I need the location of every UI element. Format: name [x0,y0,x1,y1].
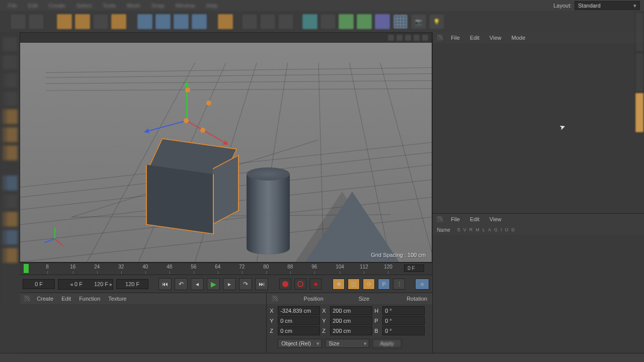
generator-icon[interactable] [338,14,354,30]
render-settings-icon[interactable] [278,14,294,30]
attr-menu-file[interactable]: File [447,215,464,223]
obj-menu-mode[interactable]: Mode [508,34,530,42]
range-end-field[interactable]: 120 F [116,279,148,289]
floor-grid-icon[interactable] [392,14,409,30]
panel-grip-icon[interactable] [272,296,277,302]
light-icon[interactable]: 💡 [429,14,445,30]
z-size-field[interactable]: 200 cm [330,326,372,335]
axis-x-icon[interactable] [137,14,153,30]
tab-browser[interactable] [635,93,644,133]
attr-menu-edit[interactable]: Edit [466,215,484,223]
environment-icon[interactable] [374,14,390,30]
obj-menu-edit[interactable]: Edit [466,34,484,42]
playhead[interactable] [24,264,29,273]
menu-mesh[interactable]: Mesh [123,2,144,10]
viewport[interactable]: Grid Spacing : 100 cm [20,32,432,262]
select-tool-icon[interactable] [56,14,72,30]
menu-select[interactable]: Select [72,2,96,10]
menu-tools[interactable]: Tools [99,2,120,10]
play-button[interactable]: ▶ [207,278,220,290]
b-rotation-field[interactable]: 0 ° [382,326,425,335]
obj-menu-file[interactable]: File [447,34,464,42]
coords-position-header: Position [304,296,324,302]
goto-end-button[interactable]: ⏭ [255,278,268,290]
key-position-icon[interactable]: ✥ [333,279,345,290]
next-key-button[interactable]: ↷ [239,278,252,290]
mat-menu-create[interactable]: Create [34,295,56,303]
panel-grip-icon[interactable] [437,35,443,41]
primitive-icon[interactable] [302,14,318,30]
scale-tool-icon[interactable] [93,14,109,30]
x-size-field[interactable]: 200 cm [330,306,372,315]
spline-icon[interactable] [320,14,336,30]
viewport-move-icon[interactable] [396,34,403,41]
current-frame-field[interactable]: 0 F [404,264,424,272]
menu-file[interactable]: File [4,2,21,10]
range-start-field[interactable]: 0 F [23,279,55,289]
goto-start-button[interactable]: ⏮ [158,278,172,290]
axis-y-icon[interactable] [155,14,171,30]
next-frame-button[interactable]: ▸ [223,278,236,290]
y-position-field[interactable]: 0 cm [278,316,320,325]
menu-window[interactable]: Window [172,2,199,10]
layout-dropdown[interactable]: Standard [575,1,640,10]
render-region-icon[interactable] [242,14,258,30]
size-mode-dropdown[interactable]: Size [325,339,369,348]
autokey-button[interactable] [294,279,306,290]
panel-grip-icon[interactable] [24,296,30,302]
object-mode-icon[interactable] [2,54,18,70]
obj-menu-view[interactable]: View [486,34,506,42]
record-button[interactable] [279,279,291,290]
coord-system-icon[interactable] [191,14,207,30]
viewport-rotate-icon[interactable] [413,34,420,41]
attr-menu-view[interactable]: View [486,215,506,223]
main-menu[interactable]: File Edit Create Select Tools Mesh Snap … [4,2,221,10]
mat-menu-function[interactable]: Function [76,295,103,303]
menu-edit[interactable]: Edit [24,2,42,10]
mat-menu-edit[interactable]: Edit [58,295,74,303]
range-slider[interactable]: ◂ 0 F 120 F ▸ [58,279,113,290]
key-scale-icon[interactable]: ◫ [348,279,360,290]
axis-z-icon[interactable] [173,14,189,30]
key-rotation-icon[interactable]: ⟳ [363,279,375,290]
viewport-maximize-icon[interactable] [422,34,429,41]
viewport-nav-icon[interactable] [387,34,394,41]
cone-primitive[interactable] [282,192,423,262]
render-pv-icon[interactable] [260,14,276,30]
menu-help[interactable]: Help [202,2,222,10]
menu-create[interactable]: Create [45,2,69,10]
prev-key-button[interactable]: ↶ [175,278,188,290]
viewport-zoom-icon[interactable] [405,34,412,41]
camera-icon[interactable]: 📷 [411,14,427,30]
rotate-tool-icon[interactable] [111,14,127,30]
cube-primitive-selected[interactable] [141,143,236,229]
deformer-icon[interactable] [356,14,372,30]
cylinder-primitive[interactable] [247,167,292,258]
coord-mode-dropdown[interactable]: Object (Rel) [278,339,322,348]
animation-mode-icon[interactable]: ≡ [415,279,429,290]
h-rotation-field[interactable]: 0 ° [382,306,425,315]
y-size-field[interactable]: 200 cm [330,316,372,325]
menu-snap[interactable]: Snap [147,2,169,10]
move-tool-icon[interactable] [74,14,91,30]
p-rotation-field[interactable]: 0 ° [382,316,425,325]
apply-button[interactable]: Apply [372,339,401,348]
z-position-field[interactable]: 0 cm [278,326,320,335]
x-position-field[interactable]: -324.839 cm [278,306,320,315]
mat-menu-texture[interactable]: Texture [105,295,129,303]
model-mode-icon[interactable] [2,36,18,52]
svg-line-8 [46,80,432,83]
layout-label: Layout: [553,3,572,9]
timeline-ruler[interactable]: 8 16 24 32 40 48 56 64 72 80 88 96 104 1… [20,263,432,275]
panel-grip-icon[interactable] [437,216,443,222]
keyframe-selection-button[interactable] [309,279,321,290]
key-params-icon[interactable]: P [378,279,390,290]
prev-frame-button[interactable]: ◂ [191,278,204,290]
svg-line-9 [46,88,432,90]
tab-objects[interactable] [635,12,644,52]
render-icon[interactable] [217,14,233,30]
redo-icon[interactable] [28,14,44,30]
tab-content[interactable] [635,52,644,93]
key-pla-icon[interactable]: ⋮ [393,279,405,290]
undo-icon[interactable] [10,14,26,30]
